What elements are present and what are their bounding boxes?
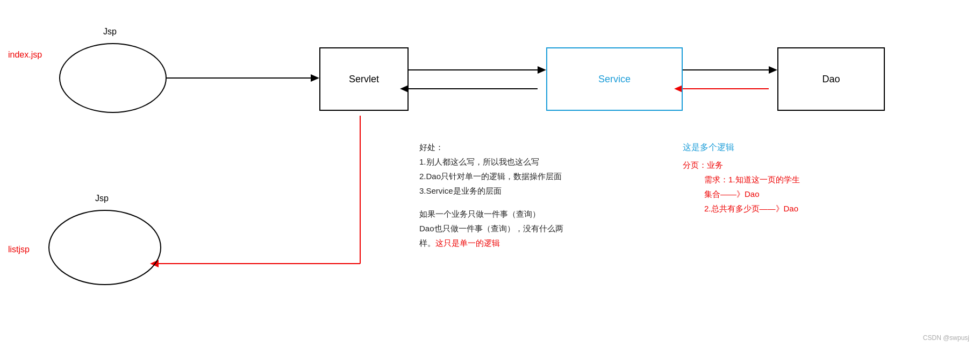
- svg-marker-3: [538, 66, 546, 74]
- service-label: Service: [598, 74, 631, 85]
- note-1: 如果一个业务只做一件事（查询）: [419, 207, 563, 221]
- right-sub4: 2.总共有多少页——》Dao: [704, 201, 800, 216]
- right-sub1: 分页：业务: [683, 158, 800, 172]
- note-3: 样。这只是单一的逻辑: [419, 236, 563, 250]
- jsp-top-label: Jsp: [103, 27, 117, 37]
- jsp-bottom-label: Jsp: [95, 194, 109, 203]
- right-annotation-block: 这是多个逻辑 分页：业务 需求：1.知道这一页的学生 集合——》Dao 2.总共…: [683, 140, 800, 216]
- service-rect: Service: [546, 47, 683, 111]
- benefit-3: 3.Service是业务的层面: [419, 183, 563, 198]
- note-3-highlight: 这只是单一的逻辑: [435, 238, 500, 247]
- right-sub3: 集合——》Dao: [704, 187, 800, 201]
- right-sub2: 需求：1.知道这一页的学生: [704, 172, 800, 187]
- dao-label: Dao: [822, 74, 840, 85]
- csdn-tag: CSDN @swpusj: [923, 334, 969, 342]
- servlet-rect: Servlet: [319, 47, 409, 111]
- servlet-label: Servlet: [349, 74, 379, 85]
- jsp-bottom-ellipse: [48, 210, 161, 285]
- benefit-title: 好处：: [419, 140, 563, 154]
- svg-marker-1: [311, 74, 319, 82]
- dao-rect: Dao: [777, 47, 885, 111]
- index-jsp-label: index.jsp: [8, 50, 42, 60]
- jsp-top-ellipse: [59, 43, 167, 113]
- benefit-block: 好处： 1.别人都这么写，所以我也这么写 2.Dao只针对单一的逻辑，数据操作层…: [419, 140, 563, 250]
- svg-marker-7: [769, 66, 777, 74]
- note-2: Dao也只做一件事（查询），没有什么两: [419, 221, 563, 236]
- benefit-2: 2.Dao只针对单一的逻辑，数据操作层面: [419, 169, 563, 183]
- listjsp-label: listjsp: [8, 245, 30, 254]
- benefit-1: 1.别人都这么写，所以我也这么写: [419, 154, 563, 169]
- note-3-static: 样。: [419, 238, 435, 247]
- right-title: 这是多个逻辑: [683, 140, 800, 155]
